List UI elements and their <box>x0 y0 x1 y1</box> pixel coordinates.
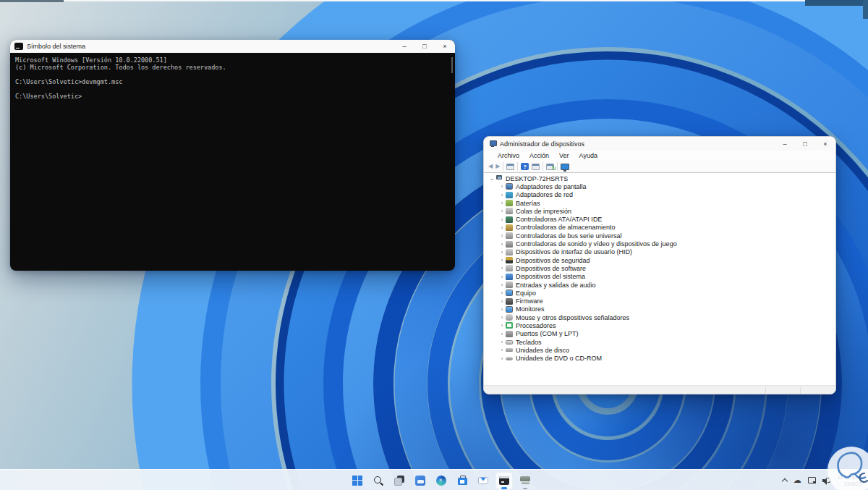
chevron-right-icon[interactable]: › <box>498 208 506 214</box>
edge-button[interactable] <box>433 472 450 489</box>
device-tree-item[interactable]: › Entradas y salidas de audio <box>484 281 835 289</box>
device-category-icon <box>506 298 513 305</box>
device-manager-button[interactable] <box>516 472 534 489</box>
device-tree-item[interactable]: › Controladoras ATA/ATAPI IDE <box>484 215 835 223</box>
device-tree-item[interactable]: › Dispositivos de software <box>484 264 835 272</box>
chevron-right-icon[interactable]: › <box>498 339 506 345</box>
onedrive-cloud-icon[interactable]: ☁ <box>793 476 801 484</box>
device-category-label: Procesadores <box>516 322 556 329</box>
device-tree-item[interactable]: › Mouse y otros dispositivos señaladores <box>484 313 835 321</box>
cmd-app-icon <box>14 43 23 50</box>
device-category-label: Teclados <box>516 339 542 346</box>
search-icon <box>373 476 383 486</box>
menubar: Archivo Acción Ver Ayuda <box>484 151 835 161</box>
chevron-right-icon[interactable]: › <box>498 315 506 320</box>
back-icon[interactable]: ◀ <box>488 164 493 169</box>
device-manager-titlebar[interactable]: Administrador de dispositivos – □ × <box>484 137 835 151</box>
device-tree-item[interactable]: › Colas de impresión <box>484 207 835 215</box>
device-tree-item[interactable]: › Monitores <box>484 305 835 313</box>
device-tree-item[interactable]: › Teclados <box>484 338 835 346</box>
chevron-right-icon[interactable]: › <box>498 290 506 295</box>
taskbar-clock[interactable]: 11:11 a.m. 29/6/21 <box>838 474 862 487</box>
task-view-button[interactable] <box>391 472 408 489</box>
devices-view-icon[interactable] <box>561 164 569 170</box>
menu-item[interactable]: Acción <box>524 152 554 159</box>
device-tree-item[interactable]: › Procesadores <box>484 321 835 329</box>
device-tree-item[interactable]: › Equipo <box>484 289 835 297</box>
terminal-output[interactable]: Microsoft Windows [Versión 10.0.22000.51… <box>10 53 455 271</box>
minimize-button[interactable]: – <box>775 137 795 151</box>
chevron-down-icon[interactable]: ⌄ <box>488 176 495 182</box>
cmd-titlebar[interactable]: Símbolo del sistema – □ × <box>10 40 455 53</box>
device-tree-item[interactable]: › Unidades de DVD o CD-ROM <box>484 355 835 363</box>
device-tree-item[interactable]: › Controladoras de sonido y vídeo y disp… <box>484 240 835 248</box>
device-tree-item[interactable]: › Unidades de disco <box>484 346 835 354</box>
chevron-right-icon[interactable]: › <box>498 323 506 328</box>
show-console-tree-icon[interactable] <box>506 164 514 170</box>
device-tree-item[interactable]: › Adaptadores de red <box>484 191 835 199</box>
close-button[interactable]: × <box>435 40 455 53</box>
chevron-right-icon[interactable]: › <box>498 282 506 287</box>
properties-icon[interactable] <box>532 164 540 170</box>
device-tree[interactable]: ⌄ DESKTOP-72HSRTS › Adaptadores de panta… <box>484 173 835 385</box>
device-manager-window[interactable]: Administrador de dispositivos – □ × Arch… <box>483 136 836 394</box>
hidden-icons-chevron-icon[interactable] <box>782 478 787 483</box>
device-category-label: Entradas y salidas de audio <box>516 282 596 289</box>
widgets-button[interactable] <box>412 472 429 489</box>
chevron-right-icon[interactable]: › <box>498 274 506 279</box>
chevron-right-icon[interactable]: › <box>498 233 506 238</box>
device-category-icon <box>506 183 513 190</box>
device-category-icon <box>506 357 513 360</box>
maximize-button[interactable]: □ <box>795 137 815 151</box>
device-tree-item[interactable]: › Baterías <box>484 199 835 207</box>
chevron-right-icon[interactable]: › <box>498 299 506 304</box>
store-button[interactable] <box>454 472 471 489</box>
device-category-label: Dispositivos de interfaz de usuario (HID… <box>516 248 632 255</box>
help-icon[interactable]: ? <box>521 163 529 170</box>
mail-button[interactable] <box>475 472 492 489</box>
device-manager-app-icon <box>489 140 496 148</box>
chevron-right-icon[interactable]: › <box>498 225 506 230</box>
chevron-right-icon[interactable]: › <box>498 331 506 337</box>
device-tree-item[interactable]: › Controladoras de bus serie universal <box>484 232 835 240</box>
edge-browser-icon <box>436 476 446 486</box>
start-button[interactable] <box>349 472 366 489</box>
chevron-right-icon[interactable]: › <box>498 250 506 255</box>
menu-item[interactable]: Ayuda <box>574 152 603 159</box>
device-category-icon <box>506 232 513 239</box>
chevron-right-icon[interactable]: › <box>498 356 506 361</box>
device-tree-item[interactable]: › Controladoras de almacenamiento <box>484 224 835 232</box>
chevron-right-icon[interactable]: › <box>498 184 506 189</box>
forward-icon[interactable]: ▶ <box>495 164 500 169</box>
chevron-right-icon[interactable]: › <box>498 242 506 247</box>
terminal-icon <box>499 476 509 485</box>
device-tree-item[interactable]: › Dispositivos del sistema <box>484 273 835 281</box>
device-tree-item[interactable]: › Firmware <box>484 297 835 305</box>
device-tree-item[interactable]: › Adaptadores de pantalla <box>484 182 835 190</box>
chevron-right-icon[interactable]: › <box>498 193 506 198</box>
chevron-right-icon[interactable]: › <box>498 266 506 271</box>
device-tree-root[interactable]: ⌄ DESKTOP-72HSRTS <box>484 174 835 182</box>
cmd-window[interactable]: Símbolo del sistema – □ × Microsoft Wind… <box>10 40 455 271</box>
maximize-button[interactable]: □ <box>414 40 435 53</box>
close-button[interactable]: × <box>815 137 835 151</box>
volume-icon[interactable] <box>822 477 831 484</box>
search-button[interactable] <box>370 472 387 489</box>
device-category-label: Colas de impresión <box>516 208 571 215</box>
device-tree-item[interactable]: › Dispositivos de seguridad <box>484 256 835 264</box>
network-icon[interactable] <box>808 477 816 483</box>
menu-item[interactable]: Ver <box>554 152 574 159</box>
scan-hardware-changes-icon[interactable]: ↻ <box>546 164 554 170</box>
chevron-right-icon[interactable]: › <box>498 200 506 206</box>
menu-item[interactable]: Archivo <box>493 152 524 159</box>
chevron-right-icon[interactable]: › <box>498 347 506 352</box>
computer-root-icon <box>495 175 503 182</box>
chevron-right-icon[interactable]: › <box>498 307 506 312</box>
chevron-right-icon[interactable]: › <box>498 258 506 263</box>
chevron-right-icon[interactable]: › <box>498 217 506 222</box>
minimize-button[interactable]: – <box>394 40 414 53</box>
terminal-button[interactable] <box>495 472 513 489</box>
terminal-scrollbar-thumb[interactable] <box>451 57 453 73</box>
device-tree-item[interactable]: › Dispositivos de interfaz de usuario (H… <box>484 248 835 256</box>
device-tree-item[interactable]: › Puertos (COM y LPT) <box>484 330 835 338</box>
